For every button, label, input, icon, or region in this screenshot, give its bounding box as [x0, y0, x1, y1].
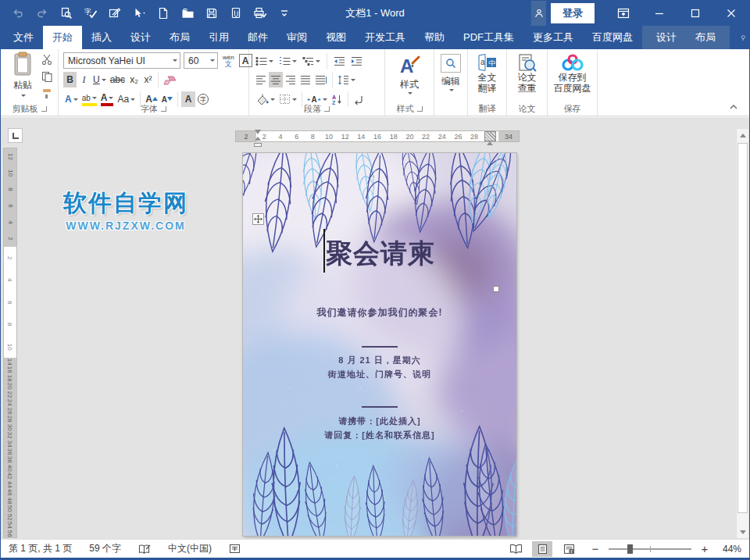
- document-page[interactable]: 聚会请柬 我们邀请你参加我们的聚会! 8 月 21 日，星期六 街道地址、门牌号…: [243, 153, 516, 536]
- bullets-button[interactable]: [254, 53, 275, 69]
- invitation-invite-line[interactable]: 我们邀请你参加我们的聚会!: [243, 306, 516, 319]
- right-indent-marker[interactable]: [487, 141, 493, 145]
- tab-more-tools[interactable]: 更多工具: [523, 26, 583, 49]
- scroll-up-button[interactable]: [737, 129, 748, 141]
- zoom-in-button[interactable]: +: [699, 542, 710, 555]
- proofing-status[interactable]: [138, 544, 151, 555]
- close-button[interactable]: [713, 1, 749, 26]
- line-spacing-button[interactable]: [336, 72, 357, 87]
- paste-button[interactable]: 粘贴: [6, 52, 39, 106]
- collapse-ribbon-button[interactable]: [729, 102, 738, 112]
- dialog-launcher-icon[interactable]: [161, 106, 166, 112]
- object-resize-handle[interactable]: [493, 286, 499, 292]
- tab-baidu-netdisk[interactable]: 百度网盘: [583, 26, 642, 49]
- web-layout-button[interactable]: [559, 541, 579, 557]
- scroll-down-button[interactable]: [737, 526, 748, 538]
- tab-developer[interactable]: 开发工具: [355, 26, 415, 49]
- cut-icon[interactable]: [41, 54, 53, 65]
- vertical-scrollbar[interactable]: [736, 128, 749, 539]
- underline-button[interactable]: U: [91, 72, 108, 87]
- tab-help[interactable]: 帮助: [415, 26, 454, 49]
- page-indicator[interactable]: 第 1 页, 共 1 页: [9, 542, 72, 555]
- language-indicator[interactable]: 中文(中国): [168, 542, 212, 555]
- horizontal-ruler[interactable]: 2 24681012141618202224262830 34: [235, 130, 520, 142]
- justify-button[interactable]: [298, 72, 312, 87]
- italic-button[interactable]: I: [77, 72, 91, 87]
- new-document-button[interactable]: [156, 6, 170, 20]
- undo-button[interactable]: [11, 6, 25, 20]
- phonetic-guide-button[interactable]: wén文: [221, 53, 236, 69]
- sign-in-button[interactable]: 登录: [551, 3, 595, 23]
- styles-button[interactable]: A 样式: [385, 54, 434, 95]
- zoom-slider[interactable]: [609, 548, 691, 550]
- invitation-date-line[interactable]: 8 月 21 日，星期六: [243, 355, 516, 366]
- tab-references[interactable]: 引用: [199, 26, 238, 49]
- invitation-rsvp-line[interactable]: 请回复：[姓名和联系信息]: [243, 430, 516, 441]
- open-button[interactable]: [180, 6, 195, 20]
- zoom-level[interactable]: 44%: [710, 544, 741, 555]
- first-line-indent-marker[interactable]: [255, 130, 261, 134]
- tell-me-box[interactable]: 告诉我: [730, 26, 750, 49]
- multilevel-list-button[interactable]: [301, 53, 322, 69]
- tab-stop-selector[interactable]: [8, 128, 23, 143]
- format-painter-icon[interactable]: [41, 88, 53, 99]
- account-strip[interactable]: [531, 1, 546, 26]
- align-left-button[interactable]: [254, 72, 268, 87]
- tab-layout[interactable]: 布局: [160, 26, 199, 49]
- align-center-button[interactable]: [269, 72, 283, 87]
- tab-file[interactable]: 文件: [4, 26, 43, 49]
- dialog-launcher-icon[interactable]: [324, 106, 330, 112]
- touch-mode-button[interactable]: [132, 6, 146, 20]
- font-name-combo[interactable]: Microsoft YaHei UI: [63, 52, 180, 69]
- bold-button[interactable]: B: [63, 72, 77, 87]
- qat-customize-button[interactable]: [277, 6, 291, 20]
- save-to-baidu-button[interactable]: 保存到 百度网盘: [548, 53, 597, 94]
- distributed-button[interactable]: [313, 72, 329, 87]
- zoom-out-button[interactable]: −: [590, 542, 601, 555]
- tab-contextual-layout[interactable]: 布局: [686, 26, 725, 49]
- tab-contextual-design[interactable]: 设计: [647, 26, 686, 49]
- full-text-translate-button[interactable]: a中 全文 翻译: [468, 53, 506, 94]
- tab-pdf-tools[interactable]: PDF工具集: [454, 26, 523, 49]
- left-indent-marker[interactable]: [254, 143, 262, 147]
- read-mode-button[interactable]: [505, 541, 526, 557]
- copy-icon[interactable]: [41, 71, 53, 82]
- save-button[interactable]: [205, 6, 219, 20]
- word-count[interactable]: 59 个字: [89, 542, 121, 555]
- subscript-button[interactable]: x₂: [127, 72, 141, 87]
- tab-review[interactable]: 审阅: [277, 26, 316, 49]
- invitation-title[interactable]: 聚会请柬: [326, 236, 435, 272]
- tab-view[interactable]: 视图: [316, 26, 355, 49]
- strikethrough-button[interactable]: abc: [109, 72, 127, 87]
- decrease-indent-button[interactable]: [332, 53, 347, 69]
- edit-button[interactable]: [108, 6, 122, 20]
- quick-print-button[interactable]: [253, 6, 267, 20]
- increase-indent-button[interactable]: [349, 53, 364, 69]
- tab-home[interactable]: 开始: [43, 26, 82, 49]
- tab-insert[interactable]: 插入: [82, 26, 121, 49]
- maximize-button[interactable]: [677, 1, 713, 26]
- font-size-combo[interactable]: 60: [184, 52, 218, 69]
- dialog-launcher-icon[interactable]: [417, 106, 423, 112]
- numbering-button[interactable]: [277, 53, 298, 69]
- paper-check-button[interactable]: 论文 查重: [507, 53, 547, 94]
- superscript-button[interactable]: x²: [141, 72, 155, 87]
- ime-mode-button[interactable]: [229, 544, 241, 554]
- clear-formatting-button[interactable]: [162, 72, 178, 87]
- scrollbar-thumb[interactable]: [738, 143, 748, 513]
- spell-check-button[interactable]: 字: [84, 6, 98, 20]
- print-preview-button[interactable]: [59, 6, 73, 20]
- object-move-handle[interactable]: [252, 213, 264, 225]
- minimize-button[interactable]: [641, 1, 677, 26]
- editing-button[interactable]: 编辑: [434, 54, 467, 91]
- tab-mailings[interactable]: 邮件: [238, 26, 277, 49]
- invitation-address-line[interactable]: 街道地址、门牌号、说明: [243, 369, 516, 380]
- tab-design[interactable]: 设计: [121, 26, 160, 49]
- zoom-slider-thumb[interactable]: [627, 544, 633, 554]
- invitation-bring-line[interactable]: 请携带：[此处插入]: [243, 416, 516, 427]
- dialog-launcher-icon[interactable]: [41, 106, 47, 112]
- redo-button[interactable]: [35, 6, 49, 20]
- email-button[interactable]: [229, 6, 243, 20]
- print-layout-button[interactable]: [532, 541, 552, 557]
- ribbon-display-options-button[interactable]: [605, 1, 641, 26]
